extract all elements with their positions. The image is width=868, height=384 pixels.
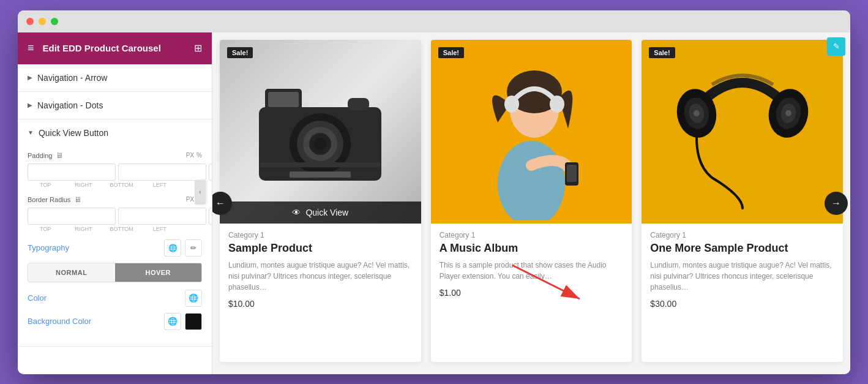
color-globe-btn[interactable]: 🌐 xyxy=(185,290,202,307)
padding-field-row: Padding 🖥 PX % xyxy=(28,151,202,188)
edit-icon-btn[interactable]: ✎ xyxy=(827,37,845,56)
section-navigation-dots-label: Navigation - Dots xyxy=(37,100,103,110)
typography-row: Typography 🌐 ✏ xyxy=(28,239,202,257)
padding-unit-pct[interactable]: % xyxy=(196,152,202,159)
svg-rect-11 xyxy=(290,171,351,178)
arrow-annotation xyxy=(506,259,592,311)
svg-line-30 xyxy=(512,265,580,299)
quick-view-content: Padding 🖥 PX % xyxy=(18,146,212,346)
collapse-arrow-icon: ‹ xyxy=(199,189,201,195)
padding-top-input[interactable] xyxy=(28,164,116,181)
br-unit-px[interactable]: PX xyxy=(186,196,194,203)
bg-color-swatch[interactable] xyxy=(185,313,202,330)
br-sub-labels: TOP RIGHT BOTTOM LEFT xyxy=(28,226,202,232)
border-radius-label: Border Radius xyxy=(28,196,70,203)
padding-sublabel-bottom: BOTTOM xyxy=(104,182,140,188)
svg-rect-9 xyxy=(348,98,369,110)
padding-sublabel-left: LEFT xyxy=(142,182,178,188)
color-label: Color xyxy=(28,293,47,303)
camera-image xyxy=(220,40,421,224)
br-right-input[interactable] xyxy=(118,208,206,225)
padding-sublabel-top: TOP xyxy=(28,182,63,188)
carousel-track: Sale! xyxy=(220,40,843,362)
padding-label: Padding xyxy=(28,152,52,159)
br-top-input[interactable] xyxy=(28,208,116,225)
state-toggle: NORMAL HOVER xyxy=(28,263,202,282)
headphones-image xyxy=(642,40,843,224)
padding-unit-toggle: PX % xyxy=(186,152,202,159)
dot-minimize[interactable] xyxy=(39,18,46,25)
main-window: ≡ Edit EDD Product Carousel ⊞ ▶ Navigati… xyxy=(18,10,850,374)
padding-unit-px[interactable]: PX xyxy=(186,152,194,159)
product-image-2: Sale! xyxy=(431,40,632,224)
bg-color-controls: 🌐 xyxy=(164,313,202,330)
border-radius-inputs: 🔗 xyxy=(28,208,202,225)
quick-view-overlay[interactable]: 👁 Quick View xyxy=(220,201,421,224)
product-category-1: Category 1 xyxy=(228,231,413,239)
hamburger-icon[interactable]: ≡ xyxy=(28,42,34,55)
product-name-1: Sample Product xyxy=(228,242,413,255)
bg-color-label: Background Color xyxy=(28,317,91,326)
padding-right-input[interactable] xyxy=(118,164,206,181)
window-body: ≡ Edit EDD Product Carousel ⊞ ▶ Navigati… xyxy=(18,32,850,374)
padding-label-text: Padding 🖥 xyxy=(28,151,63,160)
product-desc-1: Lundium, montes augue tristique augue? A… xyxy=(228,260,413,293)
section-navigation-arrow-label: Navigation - Arrow xyxy=(37,73,107,83)
product-category-3: Category 1 xyxy=(650,231,834,239)
product-name-3: One More Sample Product xyxy=(650,242,834,255)
sidebar-collapse-btn[interactable]: ‹ xyxy=(195,180,206,205)
arrow-icon: ▶ xyxy=(28,74,32,81)
state-normal-btn[interactable]: NORMAL xyxy=(28,263,115,282)
svg-rect-19 xyxy=(567,165,577,182)
left-arrow-icon: ← xyxy=(215,198,225,209)
sidebar: ≡ Edit EDD Product Carousel ⊞ ▶ Navigati… xyxy=(18,32,212,374)
product-price-1: $10.00 xyxy=(228,299,413,309)
sale-badge-3: Sale! xyxy=(649,47,675,58)
product-name-2: A Music Album xyxy=(440,242,624,255)
product-category-2: Category 1 xyxy=(440,231,624,239)
typography-icons: 🌐 ✏ xyxy=(164,239,202,257)
section-quick-view-label: Quick View Button xyxy=(39,128,108,138)
product-image-1: Sale! xyxy=(220,40,421,224)
main-content: ✎ ← Sale! xyxy=(212,32,850,374)
padding-label-row: Padding 🖥 PX % xyxy=(28,151,202,160)
section-navigation-arrow-header[interactable]: ▶ Navigation - Arrow xyxy=(18,64,212,91)
sale-badge-2: Sale! xyxy=(438,47,464,58)
state-hover-btn[interactable]: HOVER xyxy=(115,263,202,282)
section-quick-view-header[interactable]: ▼ Quick View Button xyxy=(18,119,212,146)
product-card-1: Sale! xyxy=(220,40,421,362)
sidebar-title: Edit EDD Product Carousel xyxy=(43,43,185,53)
product-desc-3: Lundium, montes augue tristique augue? A… xyxy=(650,260,834,293)
dot-maximize[interactable] xyxy=(51,18,58,25)
padding-sub-labels: TOP RIGHT BOTTOM LEFT xyxy=(28,182,202,188)
section-navigation-dots: ▶ Navigation - Dots xyxy=(18,92,212,119)
typography-label: Typography xyxy=(28,243,69,252)
br-sublabel-left: LEFT xyxy=(142,226,178,232)
red-arrow-svg xyxy=(506,259,592,308)
svg-point-16 xyxy=(504,96,519,113)
border-radius-label-text: Border Radius 🖥 xyxy=(28,195,81,204)
product-card-2: Sale! xyxy=(431,40,632,362)
typography-pen-btn[interactable]: ✏ xyxy=(185,239,202,257)
product-info-1: Category 1 Sample Product Lundium, monte… xyxy=(220,224,421,316)
arrow-icon-dots: ▶ xyxy=(28,102,32,108)
svg-rect-7 xyxy=(268,92,299,107)
bg-color-row: Background Color 🌐 xyxy=(28,313,202,330)
section-quick-view: ▼ Quick View Button Padding 🖥 PX xyxy=(18,119,212,347)
music-image xyxy=(431,40,632,224)
product-card-3: Sale! xyxy=(642,40,843,362)
svg-point-6 xyxy=(314,138,326,150)
svg-point-27 xyxy=(694,110,700,116)
typography-globe-btn[interactable]: 🌐 xyxy=(164,239,181,257)
grid-icon[interactable]: ⊞ xyxy=(194,42,202,54)
color-row: Color 🌐 xyxy=(28,290,202,307)
arrow-icon-qv: ▼ xyxy=(28,129,34,136)
section-navigation-dots-header[interactable]: ▶ Navigation - Dots xyxy=(18,92,212,119)
carousel-container: ← Sale! xyxy=(212,32,850,374)
padding-sublabel-right: RIGHT xyxy=(65,182,101,188)
bg-color-globe-btn[interactable]: 🌐 xyxy=(164,313,181,330)
nav-arrow-right[interactable]: → xyxy=(825,192,848,215)
sidebar-header: ≡ Edit EDD Product Carousel ⊞ xyxy=(18,32,212,64)
dot-close[interactable] xyxy=(26,18,34,25)
titlebar xyxy=(18,10,850,32)
